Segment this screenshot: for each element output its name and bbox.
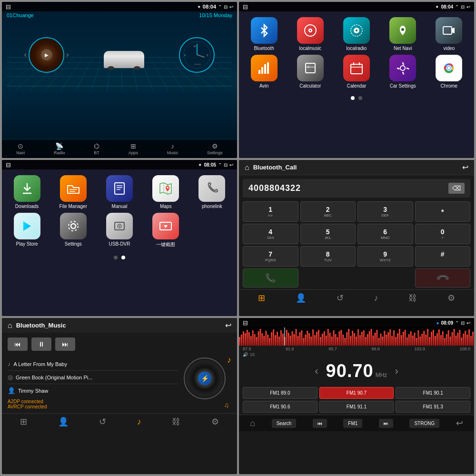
preset-4[interactable]: FM1 90.6 [243,401,317,413]
back-icon-p2[interactable]: ↩ [466,4,470,10]
call-answer-button[interactable]: 📞 [243,268,298,288]
key-5[interactable]: 5JKL [300,224,356,244]
app-video[interactable]: video [428,17,470,51]
expand-icon-p2[interactable]: ⌃ [455,4,459,10]
backspace-button[interactable]: ⌫ [448,183,465,194]
search-button[interactable]: Search [272,419,297,428]
back-btn-p6[interactable]: ↩ [456,418,463,428]
key-6[interactable]: 6MNO [357,224,413,244]
dot-2[interactable] [358,96,362,100]
nav-apps[interactable]: ⊞Apps [129,142,139,155]
svg-rect-117 [369,331,370,346]
key-4[interactable]: 4GHI [243,224,298,244]
nav-settings[interactable]: ⚙Settings [207,142,223,155]
min-icon-p2[interactable]: ⊟ [461,4,465,10]
key-2[interactable]: 2ABC [300,201,356,222]
app-carsettings[interactable]: Car Settings [382,55,424,89]
preset-2[interactable]: FM1 90.7 [319,387,394,399]
next-freq-button[interactable]: ⏭ [379,419,393,428]
footer-music-icon[interactable]: ♪ [374,293,378,303]
app-filemanager[interactable]: File Manager [52,175,94,209]
nav-music[interactable]: ♪Music [167,142,178,155]
footer-recents-icon[interactable]: ↺ [337,293,344,303]
home-icon-p2[interactable]: ⊟ [243,3,248,10]
footer-dialpad-icon[interactable]: ⊞ [258,293,265,303]
key-0[interactable]: 0+ [415,224,471,244]
key-star[interactable]: * [415,201,471,222]
preset-1[interactable]: FM1 89.0 [243,387,317,399]
back-icon[interactable]: ↩ [229,4,233,10]
footer-link-icon[interactable]: ⛓ [408,293,417,303]
prev-freq-button[interactable]: ⏮ [313,419,327,428]
app-phonelink[interactable]: phonelink [191,175,233,209]
back-icon-p3[interactable]: ↩ [229,162,233,168]
nav-navi[interactable]: ⊙Navi [16,142,25,155]
app-chrome[interactable]: Chrome [428,55,470,89]
nav-bt[interactable]: ⌬BT [94,142,99,155]
app-localmusic[interactable]: localmusic [289,17,331,51]
minimize-icon[interactable]: ⊟ [224,4,228,10]
home-icon-p3[interactable]: ⊟ [6,161,11,169]
app-localradio[interactable]: localradio [335,17,377,51]
strong-button[interactable]: STRONG [409,419,439,428]
app-settings[interactable]: Settings [52,213,94,248]
app-bluetooth[interactable]: Bluetooth [243,17,285,51]
app-avin[interactable]: Avin [243,55,285,89]
key-hash[interactable]: # [415,246,471,267]
footer-settings-icon-p5[interactable]: ⚙ [211,416,219,427]
prev-button[interactable]: ⏮ [8,337,28,351]
min-icon-p6[interactable]: ⊟ [461,320,465,326]
next-track-arrow[interactable]: › [66,50,69,59]
artist-name-music: Timmy Shaw [18,388,48,394]
call-end-button[interactable]: 📞 [415,268,471,288]
freq-right-arrow[interactable]: › [395,365,398,377]
app-usbdvr[interactable]: USB-DVR [98,213,140,248]
home-icon-p5[interactable]: ⌂ [8,321,12,330]
freq-left-arrow[interactable]: ‹ [315,365,318,377]
back-icon-p6[interactable]: ↩ [466,320,470,326]
key-8[interactable]: 8TUV [300,246,356,267]
app-calendar[interactable]: Calendar [335,55,377,89]
next-button[interactable]: ⏭ [55,337,75,351]
expand-icon-p6[interactable]: ⌃ [455,320,459,326]
dot-1[interactable] [351,96,355,100]
expand-icon-p3[interactable]: ⌃ [218,162,222,168]
home-btn-p6[interactable]: ⌂ [250,418,255,428]
prev-track-arrow[interactable]: ‹ [24,50,27,59]
back-icon-p5[interactable]: ↩ [225,321,231,330]
home-icon-p6[interactable]: ⊟ [243,319,248,327]
footer-settings-icon[interactable]: ⚙ [447,293,455,303]
key-7[interactable]: 7PQRS [243,246,298,267]
fm1-button[interactable]: FM1 [343,419,362,428]
app-playstore[interactable]: Play Store [6,213,48,248]
footer-apps-icon-p5[interactable]: ⊞ [20,416,27,427]
footer-recents-icon-p5[interactable]: ↺ [99,416,106,427]
expand-icon[interactable]: ⌃ [218,4,222,10]
app-manual[interactable]: Manual [98,175,140,209]
dot-p2-1[interactable] [114,256,118,259]
preset-6[interactable]: FM1 91.3 [396,401,470,413]
nav-radio[interactable]: 📡Radio [54,142,65,155]
home-icon[interactable]: ⊟ [6,3,11,10]
app-calculator[interactable]: # Calculator [289,55,331,89]
key-3[interactable]: 3DEF [357,201,413,222]
app-screenshot[interactable]: 一键截图 [145,213,187,248]
key-1[interactable]: 1⌾⌾ [243,201,298,222]
footer-contacts-icon-p5[interactable]: 👤 [58,416,69,427]
pause-button[interactable]: ⏸ [31,337,51,351]
preset-5[interactable]: FM1 91.1 [319,401,394,413]
dot-p2-2[interactable] [121,256,125,259]
key-9[interactable]: 9WXYZ [357,246,413,267]
footer-contacts-icon[interactable]: 👤 [296,293,306,303]
footer-link-icon-p5[interactable]: ⛓ [172,417,180,427]
play-icon[interactable]: ▶ [45,52,49,58]
footer-music-active-icon[interactable]: ♪ [137,417,141,427]
home-icon-p4[interactable]: ⌂ [245,163,249,172]
back-icon-p4[interactable]: ↩ [462,163,468,172]
min-icon-p3[interactable]: ⊟ [224,162,228,168]
app-netnavi[interactable]: Net Navi [382,17,424,51]
svg-rect-162 [454,329,455,346]
app-maps[interactable]: Maps [145,175,187,209]
preset-3[interactable]: FM1 90.1 [396,387,470,399]
app-downloads[interactable]: Downloads [6,175,48,209]
